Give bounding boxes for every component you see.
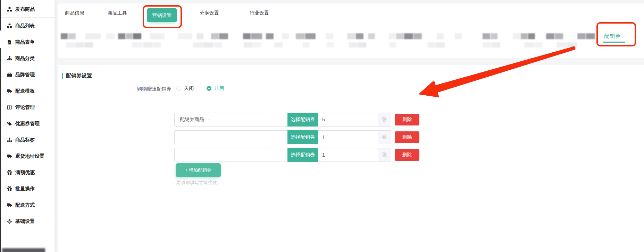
sidebar-item-4[interactable]: 商品分类 [0,50,55,67]
redacted-subtab-text [219,33,228,39]
redacted-subtab-text [349,42,358,47]
sidebar-list: 发布商品 商品列表 商品表单 商品分类 品牌管理 配送模板 评论管理 优惠券管理… [0,0,55,229]
redacted-subtab-text [428,42,435,47]
tab-2[interactable]: 商品工具 [108,10,127,16]
coupon-row-1: 配销券商品一 选择配销券 5 张 删除 [174,113,419,127]
coupon-product-value: 配销券商品一 [180,116,209,123]
subtab-coupon[interactable]: 配销券 [604,33,621,40]
redacted-subtab-text [326,33,333,39]
sidebar-item-7[interactable]: 评论管理 [0,99,55,115]
select-coupon-button[interactable]: 选择配销券 [287,148,318,162]
redacted-subtab-text [534,42,543,47]
redacted-subtab-text [390,42,396,47]
cubes-icon [7,7,12,12]
coupon-row-2: 选择配销券 1 张 删除 [174,130,419,144]
tab-4[interactable]: 分润设置 [200,10,219,16]
sidebar-item-5[interactable]: 品牌管理 [0,67,55,83]
radio-selected-icon [207,86,211,91]
redacted-subtab-text [567,42,577,47]
sidebar-item-9[interactable]: 商品标签 [0,132,55,148]
sidebar-item-13[interactable]: 配送方式 [0,197,55,213]
select-coupon-button[interactable]: 选择配销券 [287,130,318,144]
tab-panel: 商品信息商品工具营销设置分润设置行业设置 配销券 [58,3,644,58]
sidebar-item-label: 商品分类 [15,55,35,62]
redacted-subtab-text [555,33,563,39]
redacted-subtab-text [193,42,203,47]
sidebar-item-label: 满额优惠 [15,170,35,176]
redacted-subtab-text [132,42,142,47]
redacted-subtab-text [303,42,310,47]
add-coupon-button[interactable]: + 增加配销券 [176,163,221,177]
select-coupon-button[interactable]: 选择配销券 [287,113,318,127]
file-icon [7,40,12,45]
coupon-qty-input[interactable]: 1 张 [318,130,391,144]
radio-on-label: 开启 [214,85,224,92]
sidebar-item-11[interactable]: 满额优惠 [0,164,55,181]
redacted-subtab-text [243,33,251,39]
redacted-subtab-text [347,33,356,39]
sitemap-icon [7,137,12,143]
redacted-subtab-text [133,33,141,39]
coupon-qty-value: 1 [318,148,378,162]
redacted-subtab-text [483,42,491,47]
delete-button[interactable]: 删除 [395,114,419,125]
redacted-subtab-text [244,42,253,47]
coupon-product-input[interactable] [174,130,287,144]
sidebar-item-label: 品牌管理 [15,72,35,78]
redacted-subtab-text [368,33,375,39]
redacted-subtab-text [437,33,444,39]
sidebar-item-14[interactable]: 基础设置 [0,213,55,229]
coupon-qty-input[interactable]: 5 张 [318,113,391,127]
sidebar-item-2[interactable]: 商品列表 [0,18,55,34]
sidebar: 发布商品 商品列表 商品表单 商品分类 品牌管理 配送模板 评论管理 优惠券管理… [0,0,55,252]
coupon-rows: 配销券商品一 选择配销券 5 张 删除 选择配销券 1 张 删除 选择配销券 1… [174,113,419,166]
unit-label: 张 [378,148,391,162]
redacted-subtab-text [106,33,115,39]
sitemap-icon [7,56,12,61]
coupon-qty-value: 5 [318,113,378,126]
section-accent-bar [62,73,63,79]
sidebar-item-label: 商品列表 [15,23,35,29]
redacted-subtab-text [491,33,497,39]
sidebar-item-12[interactable]: 批量操作 [0,181,55,197]
delete-button[interactable]: 删除 [395,149,419,161]
coupon-qty-input[interactable]: 1 张 [318,148,391,162]
redacted-subtab-text [61,33,68,39]
radio-on[interactable]: 开启 [207,85,224,92]
delete-button[interactable]: 删除 [395,131,419,143]
redacted-subtab-text [455,33,462,39]
redacted-subtab-text [546,33,554,39]
redacted-subtab-text [586,33,595,39]
redacted-subtab-text [296,33,305,39]
redacted-subtab-text [356,33,363,39]
section-title: 配销券设置 [66,72,92,79]
tab-1[interactable]: 商品信息 [65,10,84,16]
radio-circle-icon [176,86,181,91]
sidebar-item-8[interactable]: 优惠券管理 [0,115,55,132]
sidebar-item-6[interactable]: 配送模板 [0,83,55,99]
redacted-subtab-text [524,42,534,47]
columns-icon [7,105,12,110]
radio-off[interactable]: 关闭 [176,85,194,92]
coupon-product-input[interactable]: 配销券商品一 [174,113,287,127]
coupon-product-input[interactable] [174,148,287,162]
redacted-subtab-text [513,33,520,39]
redacted-subtab-text [68,33,76,39]
sidebar-item-10[interactable]: 退货地址设置 [0,148,55,164]
redacted-subtab-text [528,33,535,39]
redacted-subtab-text [413,33,422,39]
redacted-subtab-text [214,42,223,47]
redacted-content [2,248,45,252]
sidebar-item-3[interactable]: 商品表单 [0,34,55,50]
helper-text: 两项都填写才能生效; [176,180,218,186]
redacted-subtab-text [389,33,396,39]
radio-off-label: 关闭 [184,85,194,92]
truck-icon [7,154,12,159]
sidebar-item-1[interactable]: 发布商品 [0,1,55,18]
cubes-icon [7,23,12,29]
tab-3-active[interactable]: 营销设置 [147,8,177,22]
subtab-active-underline [603,42,625,43]
redacted-subtab-text [326,42,334,47]
tab-5[interactable]: 行业设置 [250,10,269,16]
tags-icon [7,121,12,127]
